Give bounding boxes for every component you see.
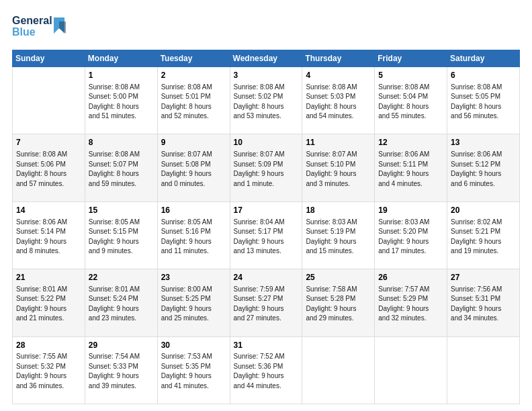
day-cell: 7Sunrise: 8:08 AM Sunset: 5:06 PM Daylig… — [13, 134, 85, 201]
day-number: 15 — [89, 205, 154, 216]
day-cell: 26Sunrise: 7:57 AM Sunset: 5:29 PM Dayli… — [375, 269, 447, 336]
day-cell: 29Sunrise: 7:54 AM Sunset: 5:33 PM Dayli… — [85, 336, 157, 404]
day-number: 5 — [378, 70, 443, 81]
day-cell: 1Sunrise: 8:08 AM Sunset: 5:00 PM Daylig… — [85, 67, 157, 134]
day-number: 27 — [451, 272, 516, 283]
day-info: Sunrise: 7:54 AM Sunset: 5:33 PM Dayligh… — [89, 352, 154, 391]
day-of-week-friday: Friday — [375, 50, 447, 67]
day-number: 30 — [161, 340, 226, 351]
day-cell: 8Sunrise: 8:08 AM Sunset: 5:07 PM Daylig… — [85, 134, 157, 201]
day-cell: 12Sunrise: 8:06 AM Sunset: 5:11 PM Dayli… — [375, 134, 447, 201]
logo: General Blue — [12, 12, 73, 43]
day-info: Sunrise: 8:06 AM Sunset: 5:14 PM Dayligh… — [16, 218, 81, 257]
day-cell — [375, 336, 447, 404]
day-cell: 31Sunrise: 7:52 AM Sunset: 5:36 PM Dayli… — [230, 336, 302, 404]
day-info: Sunrise: 8:04 AM Sunset: 5:17 PM Dayligh… — [234, 218, 299, 257]
day-number: 12 — [378, 137, 443, 148]
week-row-1: 1Sunrise: 8:08 AM Sunset: 5:00 PM Daylig… — [13, 67, 520, 134]
day-info: Sunrise: 8:07 AM Sunset: 5:09 PM Dayligh… — [234, 150, 299, 189]
day-cell: 17Sunrise: 8:04 AM Sunset: 5:17 PM Dayli… — [230, 201, 302, 269]
day-info: Sunrise: 7:57 AM Sunset: 5:29 PM Dayligh… — [378, 285, 443, 324]
day-cell: 25Sunrise: 7:58 AM Sunset: 5:28 PM Dayli… — [302, 269, 375, 336]
svg-text:General: General — [12, 15, 52, 26]
day-cell — [302, 336, 375, 404]
week-row-5: 28Sunrise: 7:55 AM Sunset: 5:32 PM Dayli… — [13, 336, 520, 404]
day-info: Sunrise: 8:08 AM Sunset: 5:03 PM Dayligh… — [306, 83, 371, 122]
week-row-2: 7Sunrise: 8:08 AM Sunset: 5:06 PM Daylig… — [13, 134, 520, 201]
day-number: 24 — [234, 272, 299, 283]
svg-marker-3 — [59, 21, 66, 34]
day-info: Sunrise: 8:08 AM Sunset: 5:05 PM Dayligh… — [451, 83, 516, 122]
day-info: Sunrise: 7:59 AM Sunset: 5:27 PM Dayligh… — [234, 285, 299, 324]
day-cell: 2Sunrise: 8:08 AM Sunset: 5:01 PM Daylig… — [157, 67, 230, 134]
day-info: Sunrise: 8:01 AM Sunset: 5:24 PM Dayligh… — [89, 285, 154, 324]
day-number: 16 — [161, 205, 226, 216]
svg-text:Blue: Blue — [12, 26, 36, 38]
calendar-table: SundayMondayTuesdayWednesdayThursdayFrid… — [12, 50, 520, 404]
day-cell: 30Sunrise: 7:53 AM Sunset: 5:35 PM Dayli… — [157, 336, 230, 404]
day-number: 28 — [16, 340, 81, 351]
day-number: 9 — [161, 137, 226, 148]
day-info: Sunrise: 7:58 AM Sunset: 5:28 PM Dayligh… — [306, 285, 371, 324]
day-info: Sunrise: 8:08 AM Sunset: 5:06 PM Dayligh… — [16, 150, 81, 189]
logo-text: General Blue — [12, 12, 73, 43]
day-cell: 19Sunrise: 8:03 AM Sunset: 5:20 PM Dayli… — [375, 201, 447, 269]
day-cell: 18Sunrise: 8:03 AM Sunset: 5:19 PM Dayli… — [302, 201, 375, 269]
week-row-4: 21Sunrise: 8:01 AM Sunset: 5:22 PM Dayli… — [13, 269, 520, 336]
day-number: 17 — [234, 205, 299, 216]
day-cell: 20Sunrise: 8:02 AM Sunset: 5:21 PM Dayli… — [447, 201, 520, 269]
day-number: 21 — [16, 272, 81, 283]
day-number: 6 — [451, 70, 516, 81]
day-cell: 3Sunrise: 8:08 AM Sunset: 5:02 PM Daylig… — [230, 67, 302, 134]
day-info: Sunrise: 8:03 AM Sunset: 5:20 PM Dayligh… — [378, 218, 443, 257]
day-info: Sunrise: 8:08 AM Sunset: 5:04 PM Dayligh… — [378, 83, 443, 122]
day-cell: 28Sunrise: 7:55 AM Sunset: 5:32 PM Dayli… — [13, 336, 85, 404]
day-cell: 11Sunrise: 8:07 AM Sunset: 5:10 PM Dayli… — [302, 134, 375, 201]
day-cell: 15Sunrise: 8:05 AM Sunset: 5:15 PM Dayli… — [85, 201, 157, 269]
day-of-week-monday: Monday — [85, 50, 157, 67]
day-number: 13 — [451, 137, 516, 148]
day-info: Sunrise: 8:06 AM Sunset: 5:11 PM Dayligh… — [378, 150, 443, 189]
day-info: Sunrise: 7:52 AM Sunset: 5:36 PM Dayligh… — [234, 352, 299, 391]
day-number: 2 — [161, 70, 226, 81]
day-info: Sunrise: 8:07 AM Sunset: 5:08 PM Dayligh… — [161, 150, 226, 189]
day-of-week-tuesday: Tuesday — [157, 50, 230, 67]
day-info: Sunrise: 8:01 AM Sunset: 5:22 PM Dayligh… — [16, 285, 81, 324]
day-cell: 13Sunrise: 8:06 AM Sunset: 5:12 PM Dayli… — [447, 134, 520, 201]
day-cell: 23Sunrise: 8:00 AM Sunset: 5:25 PM Dayli… — [157, 269, 230, 336]
day-number: 25 — [306, 272, 371, 283]
day-number: 11 — [306, 137, 371, 148]
day-info: Sunrise: 8:02 AM Sunset: 5:21 PM Dayligh… — [451, 218, 516, 257]
day-number: 29 — [89, 340, 154, 351]
day-number: 23 — [161, 272, 226, 283]
day-info: Sunrise: 8:08 AM Sunset: 5:07 PM Dayligh… — [89, 150, 154, 189]
day-cell: 10Sunrise: 8:07 AM Sunset: 5:09 PM Dayli… — [230, 134, 302, 201]
day-number: 4 — [306, 70, 371, 81]
header: General Blue — [12, 12, 520, 43]
day-number: 18 — [306, 205, 371, 216]
week-row-3: 14Sunrise: 8:06 AM Sunset: 5:14 PM Dayli… — [13, 201, 520, 269]
day-info: Sunrise: 8:06 AM Sunset: 5:12 PM Dayligh… — [451, 150, 516, 189]
day-cell: 21Sunrise: 8:01 AM Sunset: 5:22 PM Dayli… — [13, 269, 85, 336]
day-info: Sunrise: 8:08 AM Sunset: 5:00 PM Dayligh… — [89, 83, 154, 122]
day-cell: 6Sunrise: 8:08 AM Sunset: 5:05 PM Daylig… — [447, 67, 520, 134]
day-header-row: SundayMondayTuesdayWednesdayThursdayFrid… — [13, 50, 520, 67]
day-cell: 4Sunrise: 8:08 AM Sunset: 5:03 PM Daylig… — [302, 67, 375, 134]
day-info: Sunrise: 8:08 AM Sunset: 5:02 PM Dayligh… — [234, 83, 299, 122]
day-info: Sunrise: 7:55 AM Sunset: 5:32 PM Dayligh… — [16, 352, 81, 391]
day-number: 10 — [234, 137, 299, 148]
day-info: Sunrise: 8:07 AM Sunset: 5:10 PM Dayligh… — [306, 150, 371, 189]
day-of-week-thursday: Thursday — [302, 50, 375, 67]
day-cell: 9Sunrise: 8:07 AM Sunset: 5:08 PM Daylig… — [157, 134, 230, 201]
day-number: 7 — [16, 137, 81, 148]
day-number: 14 — [16, 205, 81, 216]
day-cell: 5Sunrise: 8:08 AM Sunset: 5:04 PM Daylig… — [375, 67, 447, 134]
day-of-week-sunday: Sunday — [13, 50, 85, 67]
day-cell: 14Sunrise: 8:06 AM Sunset: 5:14 PM Dayli… — [13, 201, 85, 269]
day-cell: 16Sunrise: 8:05 AM Sunset: 5:16 PM Dayli… — [157, 201, 230, 269]
day-number: 1 — [89, 70, 154, 81]
day-number: 26 — [378, 272, 443, 283]
day-info: Sunrise: 8:05 AM Sunset: 5:16 PM Dayligh… — [161, 218, 226, 257]
day-info: Sunrise: 8:03 AM Sunset: 5:19 PM Dayligh… — [306, 218, 371, 257]
day-cell: 24Sunrise: 7:59 AM Sunset: 5:27 PM Dayli… — [230, 269, 302, 336]
